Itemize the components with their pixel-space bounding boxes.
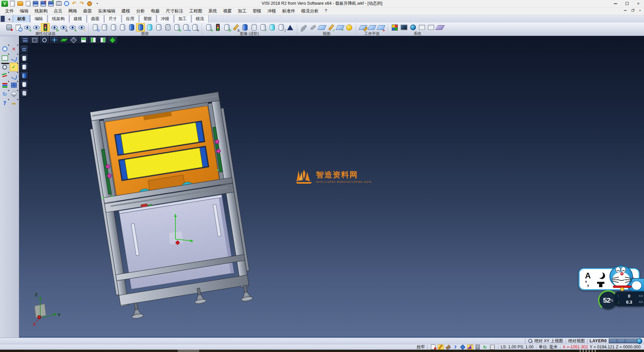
edit-curve-icon[interactable]: [10, 72, 18, 80]
eye-show-icon[interactable]: [68, 23, 77, 32]
regen-refresh-icon[interactable]: [1, 90, 9, 98]
menu-item-0[interactable]: 文件: [2, 7, 17, 15]
cyl-eye-pair-icon[interactable]: [204, 23, 213, 32]
pick-hammer-icon[interactable]: [445, 345, 451, 350]
print-icon[interactable]: [55, 1, 62, 7]
globe-system-icon[interactable]: [409, 23, 417, 32]
machine-frame-group[interactable]: [88, 91, 254, 321]
eye-hide-icon[interactable]: [77, 23, 86, 32]
zoom-preview-icon[interactable]: [63, 1, 70, 7]
entity-list-icon[interactable]: [20, 45, 28, 54]
wrench-pair-icon[interactable]: [300, 23, 308, 32]
ribbon-tab-7[interactable]: 塑膜: [139, 15, 156, 23]
workplane-axis-icon[interactable]: [377, 23, 385, 32]
stamp-icon[interactable]: [86, 1, 93, 7]
cyl-outline-c-icon[interactable]: [118, 23, 127, 32]
menu-item-3[interactable]: 点云: [51, 7, 65, 15]
color-grid-icon[interactable]: [390, 23, 399, 32]
menu-item-13[interactable]: 视窗: [220, 7, 235, 15]
pencil-plus-minus-icon[interactable]: [231, 23, 240, 32]
save-send-icon[interactable]: [48, 1, 54, 7]
snap-object-icon[interactable]: [460, 345, 466, 350]
find-entities-icon[interactable]: [1, 45, 9, 53]
open-folder-icon[interactable]: [17, 1, 23, 7]
menu-item-12[interactable]: 系统: [205, 7, 220, 15]
purple-ramp-icon[interactable]: [436, 23, 444, 32]
save-as-icon[interactable]: [40, 1, 47, 7]
table-grid-icon[interactable]: [418, 23, 426, 32]
view-search-icon[interactable]: [40, 36, 49, 44]
cyl-outline-d-icon[interactable]: [154, 23, 163, 32]
pencil-green-icon[interactable]: [327, 23, 335, 32]
cyl-refresh-icon[interactable]: [91, 23, 100, 32]
view-top-icon[interactable]: [59, 36, 69, 44]
menu-item-15[interactable]: 塑模: [250, 7, 264, 15]
ribbon-tab-5[interactable]: 尺寸: [104, 15, 121, 23]
copy-document-icon[interactable]: [24, 1, 31, 7]
cad-viewport[interactable]: Z Z Y X: [19, 36, 644, 338]
minimize-button[interactable]: [610, 0, 621, 7]
eye-remove-icon[interactable]: [32, 23, 41, 32]
help-question-icon[interactable]: [1, 99, 9, 107]
menu-item-17[interactable]: 标准件: [279, 7, 298, 15]
zoom-options-icon[interactable]: [1, 63, 9, 71]
tab-dropdown-icon[interactable]: ▼: [6, 16, 13, 23]
search-icon[interactable]: [528, 339, 533, 344]
menu-item-14[interactable]: 加工: [235, 7, 250, 15]
entity-outline-b-icon[interactable]: [20, 62, 28, 71]
select-frame-icon[interactable]: [1, 54, 9, 62]
cyl-recycle-icon[interactable]: [172, 23, 181, 32]
menu-item-1[interactable]: 编辑: [17, 7, 32, 15]
close-button[interactable]: ×: [633, 0, 644, 7]
active-layer-label[interactable]: LAYER0: [590, 339, 607, 343]
network-speed-panel[interactable]: ↑ 0 K/s ↓ 0.3 K/s: [615, 292, 644, 306]
paint-clear-icon[interactable]: [5, 23, 13, 32]
ribbon-tab-0[interactable]: 标准: [13, 15, 30, 23]
erase-sketch-icon[interactable]: [10, 45, 18, 53]
cyl-cyan-b-icon[interactable]: [268, 23, 276, 32]
menu-item-10[interactable]: 尺寸标注: [163, 7, 186, 15]
menu-item-5[interactable]: 曲面: [80, 7, 95, 15]
entity-outline-c-icon[interactable]: [20, 80, 28, 89]
viewbar-menu-icon[interactable]: [20, 36, 30, 44]
layer-stack-icon[interactable]: [475, 345, 481, 350]
cyl-hatched-icon[interactable]: [163, 23, 172, 32]
confirm-check-active-icon[interactable]: [10, 63, 18, 71]
cyl-recycle-green-icon[interactable]: [222, 23, 231, 32]
smiley-icon[interactable]: [345, 23, 354, 32]
menu-item-8[interactable]: 分析: [133, 7, 148, 15]
entity-blue-active-icon[interactable]: [20, 71, 28, 80]
cyl-striped-icon[interactable]: [250, 23, 258, 32]
ribbon-tab-8[interactable]: 冲模: [157, 15, 174, 23]
traffic-light-active-icon[interactable]: [41, 23, 50, 32]
page-filter-icon[interactable]: [14, 23, 22, 32]
view-front-icon[interactable]: [78, 36, 88, 44]
quickbar-dropdown-icon[interactable]: [94, 1, 101, 7]
mdi-close-button[interactable]: ×: [637, 8, 643, 13]
view-mode-label[interactable]: 绝对 XY 上视图: [534, 338, 563, 344]
draw-spline-icon[interactable]: [10, 54, 18, 62]
scale-label[interactable]: LS: 1.00 PS: 1.00: [501, 345, 534, 349]
mdi-minimize-button[interactable]: [623, 8, 628, 13]
redo-icon[interactable]: [78, 1, 85, 7]
ime-moon-icon[interactable]: [598, 272, 605, 279]
monitor-image-icon[interactable]: [399, 23, 408, 32]
cyl-outline-a-icon[interactable]: [100, 23, 109, 32]
eye-add-icon[interactable]: [23, 23, 32, 32]
visi-logo-icon[interactable]: V: [1, 1, 8, 7]
menu-item-11[interactable]: 工程图: [186, 7, 205, 15]
menu-item-9[interactable]: 电极: [148, 7, 163, 15]
ime-punctuation-icon[interactable]: ’,: [585, 279, 589, 288]
ribbon-tab-4[interactable]: 曲面: [87, 15, 104, 23]
pattern-grid-icon[interactable]: [427, 23, 435, 32]
view-left-icon[interactable]: [88, 36, 98, 44]
globe-status-icon[interactable]: [636, 339, 642, 344]
workplane-active-icon[interactable]: [467, 345, 473, 350]
cyl-cyan-icon[interactable]: [145, 23, 154, 32]
cyl-clip-icon[interactable]: [277, 23, 285, 32]
new-document-icon[interactable]: [9, 1, 16, 7]
units-label[interactable]: 单位: 毫米: [539, 344, 558, 350]
ribbon-tab-9[interactable]: 加工: [174, 15, 191, 23]
ribbon-tab-2[interactable]: 线架构: [48, 15, 69, 23]
grid-window-icon[interactable]: [10, 81, 18, 89]
